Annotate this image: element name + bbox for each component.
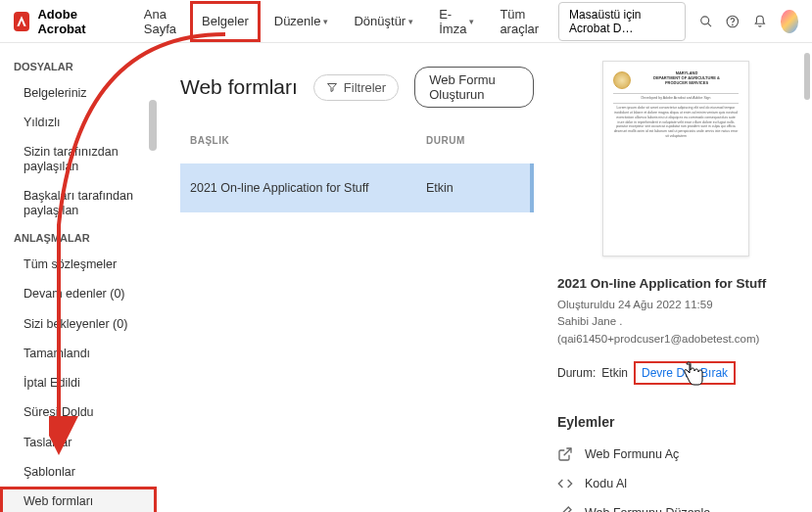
desktop-acrobat-button[interactable]: Masaüstü için Acrobat D… <box>558 2 686 41</box>
filter-icon <box>326 81 338 93</box>
sidebar-item-all-agreements[interactable]: Tüm sözleşmeler <box>0 250 157 279</box>
sidebar-item-cancelled[interactable]: İptal Edildi <box>0 368 157 397</box>
sidebar-item-starred[interactable]: Yıldızlı <box>0 108 157 137</box>
sidebar: DOSYALAR Belgeleriniz Yıldızlı Sizin tar… <box>0 43 157 512</box>
status-label: Durum: <box>557 366 596 380</box>
sidebar-section-files: DOSYALAR <box>0 55 157 78</box>
nav-edit-label: Düzenle <box>274 14 321 28</box>
user-avatar[interactable] <box>781 10 798 33</box>
code-icon <box>557 476 573 491</box>
notification-bell-icon[interactable] <box>753 13 767 30</box>
sidebar-item-in-progress[interactable]: Devam edenler (0) <box>0 279 157 308</box>
detail-created: Oluşturuldu 24 Ağu 2022 11:59 <box>557 297 794 313</box>
filter-button[interactable]: Filtreler <box>313 74 399 101</box>
detail-title: 2021 On-line Application for Stuff <box>557 276 794 291</box>
document-preview[interactable]: MARYLANDDEPARTMENT OF AGRICULTURE &PRODU… <box>602 61 749 256</box>
chevron-down-icon: ▾ <box>408 17 413 26</box>
action-code-label: Kodu Al <box>585 477 627 490</box>
search-icon[interactable] <box>699 13 713 30</box>
details-panel: MARYLANDDEPARTMENT OF AGRICULTURE &PRODU… <box>557 43 812 512</box>
page-title: Web formları <box>180 75 298 99</box>
sidebar-item-web-forms[interactable]: Web formları <box>0 487 157 512</box>
edit-icon <box>557 505 573 512</box>
external-link-icon <box>557 446 573 462</box>
nav-all-tools[interactable]: Tüm araçlar <box>488 1 550 42</box>
seal-icon <box>613 71 631 89</box>
svg-point-3 <box>733 24 734 25</box>
details-scrollbar[interactable] <box>804 53 810 100</box>
brand-name: Adobe Acrobat <box>37 7 112 36</box>
action-open-web-form[interactable]: Web Formunu Aç <box>557 440 794 469</box>
sidebar-scrollbar[interactable] <box>149 100 157 151</box>
table-row[interactable]: 2021 On-line Application for Stuff Etkin <box>180 163 534 212</box>
create-web-form-button[interactable]: Web Formu Oluşturun <box>414 67 534 108</box>
chevron-down-icon: ▾ <box>323 17 328 26</box>
nav-home[interactable]: Ana Sayfa <box>132 1 188 42</box>
table-header: BAŞLIK DURUM <box>180 125 534 156</box>
top-bar: Adobe Acrobat Ana Sayfa Belgeler Düzenle… <box>0 0 812 43</box>
status-value: Etkin <box>601 366 628 380</box>
sidebar-section-agreements: ANLAŞMALAR <box>0 226 157 250</box>
action-open-label: Web Formunu Aç <box>585 447 679 461</box>
filter-label: Filtreler <box>344 80 386 95</box>
preview-body-text: Developed by Adobe Acrobat and Adobe Sig… <box>613 96 739 101</box>
column-title-header: BAŞLIK <box>190 135 426 146</box>
sidebar-item-waiting-you[interactable]: Sizi bekleyenler (0) <box>0 309 157 339</box>
main-content: Web formları Filtreler Web Formu Oluştur… <box>157 43 557 512</box>
nav-esign-label: E-İmza <box>439 7 466 36</box>
chevron-down-icon: ▾ <box>469 17 474 26</box>
nav-esign[interactable]: E-İmza▾ <box>427 1 486 42</box>
row-status: Etkin <box>426 181 524 195</box>
nav-convert[interactable]: Dönüştür▾ <box>342 1 425 42</box>
nav-edit[interactable]: Düzenle▾ <box>263 1 341 42</box>
help-icon[interactable] <box>726 13 740 30</box>
acrobat-logo-icon <box>14 12 29 31</box>
sidebar-item-expired[interactable]: Süresi Doldu <box>0 397 157 427</box>
preview-title-text: MARYLANDDEPARTMENT OF AGRICULTURE &PRODU… <box>635 71 739 85</box>
sidebar-item-shared-by-others[interactable]: Başkaları tarafından paylaşılan <box>0 182 157 226</box>
nav-convert-label: Dönüştür <box>354 14 406 28</box>
column-status-header: DURUM <box>426 135 524 146</box>
action-edit-label: Web Formunu Düzenle <box>585 506 710 512</box>
actions-heading: Eylemler <box>557 414 794 430</box>
row-title: 2021 On-line Application for Stuff <box>190 181 426 195</box>
detail-owner: Sahibi Jane . <box>557 313 794 330</box>
sidebar-item-your-docs[interactable]: Belgeleriniz <box>0 78 157 108</box>
sidebar-item-completed[interactable]: Tamamlandı <box>0 339 157 368</box>
svg-point-0 <box>700 16 708 23</box>
sidebar-item-templates[interactable]: Şablonlar <box>0 457 157 487</box>
nav-documents[interactable]: Belgeler <box>190 1 261 42</box>
main-nav: Ana Sayfa Belgeler Düzenle▾ Dönüştür▾ E-… <box>132 1 550 42</box>
sidebar-item-drafts[interactable]: Taslaklar <box>0 428 157 457</box>
disable-link[interactable]: Devre Dışı Bırak <box>634 361 736 385</box>
action-edit-web-form[interactable]: Web Formunu Düzenle <box>557 498 794 512</box>
action-get-code[interactable]: Kodu Al <box>557 469 794 498</box>
detail-email: (qai61450+prodcuser1@adobetest.com) <box>557 331 794 348</box>
sidebar-item-shared-by-you[interactable]: Sizin tarafınızdan paylaşılan <box>0 138 157 182</box>
svg-line-1 <box>707 23 710 25</box>
